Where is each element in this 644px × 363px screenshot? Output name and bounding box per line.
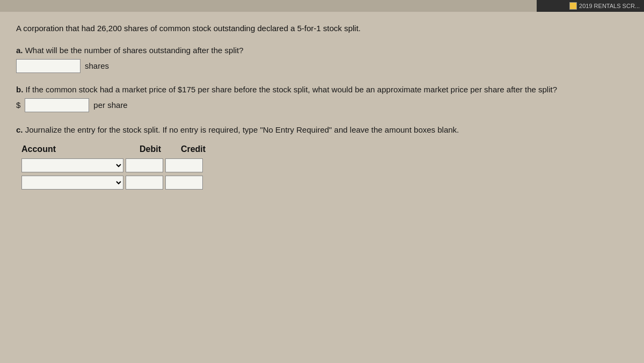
journal-row-1 [21, 158, 628, 172]
account-column-header: Account [21, 144, 129, 154]
per-share-label: per share [93, 100, 127, 110]
part-a-question: What will be the number of shares outsta… [25, 46, 244, 55]
debit-input-1[interactable] [126, 158, 163, 172]
main-content: A corporation that had 26,200 shares of … [0, 12, 644, 363]
shares-unit-label: shares [85, 61, 109, 70]
part-a-input-row: shares [16, 59, 628, 73]
dollar-prefix: $ [16, 100, 20, 110]
part-b-input-row: $ per share [16, 98, 628, 112]
credit-column-header: Credit [172, 144, 215, 154]
part-b-question: If the common stock had a market price o… [26, 85, 558, 94]
part-c-text: Journalize the entry for the stock split… [25, 125, 459, 134]
credit-input-2[interactable] [165, 176, 203, 190]
journal-headers: Account Debit Credit [21, 144, 628, 154]
debit-column-header: Debit [129, 144, 172, 154]
debit-input-2[interactable] [126, 176, 163, 190]
part-a-letter: a. [16, 46, 23, 55]
part-a-label: a. What will be the number of shares out… [16, 46, 628, 55]
part-c-section: c. Journalize the entry for the stock sp… [16, 124, 628, 190]
journal-row-2 [21, 176, 628, 190]
shares-input[interactable] [16, 59, 80, 73]
part-b-label: b. If the common stock had a market pric… [16, 85, 628, 94]
top-bar-label: 2019 RENTALS SCR... [579, 3, 640, 9]
part-b-letter: b. [16, 85, 23, 94]
part-c-question: c. Journalize the entry for the stock sp… [16, 124, 628, 136]
account-dropdown-2[interactable] [21, 176, 123, 190]
price-input[interactable] [25, 98, 89, 112]
problem-statement: A corporation that had 26,200 shares of … [16, 23, 628, 35]
account-dropdown-1[interactable] [21, 158, 123, 172]
top-bar: 2019 RENTALS SCR... [537, 0, 644, 12]
credit-input-1[interactable] [165, 158, 203, 172]
rentals-icon [569, 2, 577, 10]
part-b-section: b. If the common stock had a market pric… [16, 85, 628, 112]
part-a-section: a. What will be the number of shares out… [16, 46, 628, 73]
part-c-letter: c. [16, 125, 23, 134]
journal-table: Account Debit Credit [21, 144, 628, 190]
